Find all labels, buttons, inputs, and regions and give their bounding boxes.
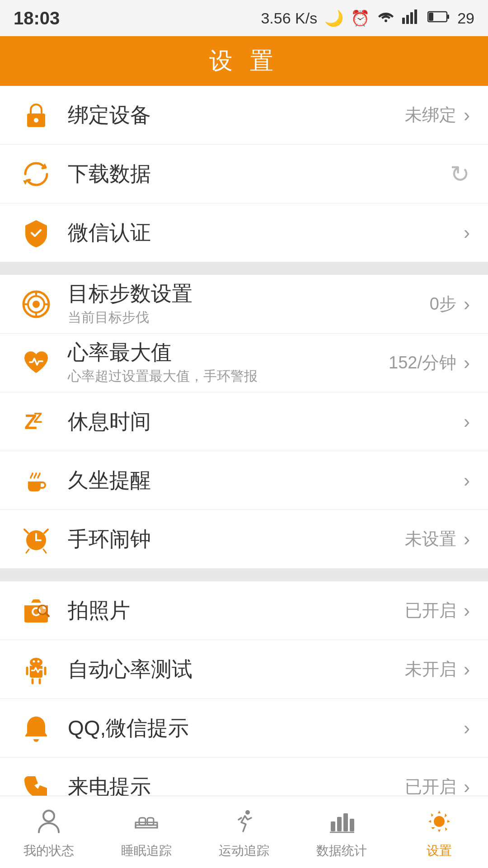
wechat-auth-right: ›: [464, 222, 470, 244]
sedentary-arrow: ›: [464, 470, 470, 491]
moon-icon: 🌙: [324, 9, 343, 27]
auto-heart-rate-content: 自动心率测试: [68, 657, 405, 682]
photo-content: 拍照片: [68, 598, 405, 623]
wechat-auth-item[interactable]: 微信认证 ›: [0, 203, 488, 262]
step-goal-arrow: ›: [464, 293, 470, 315]
qq-wechat-item[interactable]: QQ,微信提示 ›: [0, 699, 488, 758]
target-icon: [18, 286, 54, 322]
heart-rate-content: 心率最大值 心率超过设置最大值，手环警报: [68, 340, 389, 385]
nav-settings[interactable]: 设置: [390, 796, 488, 868]
call-reminder-arrow: ›: [464, 776, 470, 798]
status-right: 3.56 K/s 🌙 ⏰ 29: [261, 9, 474, 28]
svg-rect-1: [402, 18, 405, 24]
heart-rate-right: 152/分钟 ›: [389, 351, 470, 374]
qq-wechat-right: ›: [464, 717, 470, 739]
rest-time-item[interactable]: Z Z 休息时间 ›: [0, 392, 488, 451]
rest-time-content: 休息时间: [68, 409, 464, 434]
step-goal-subtitle: 当前目标步伐: [68, 308, 430, 327]
svg-point-29: [38, 660, 40, 662]
band-alarm-item[interactable]: 手环闹钟 未设置 ›: [0, 510, 488, 569]
nav-sleep-label: 睡眠追踪: [121, 842, 172, 859]
battery-icon: [427, 9, 450, 27]
running-icon: [228, 805, 260, 838]
step-goal-title: 目标步数设置: [68, 281, 430, 306]
refresh-icon: [18, 156, 54, 192]
svg-point-34: [43, 811, 54, 821]
nav-exercise-tracking[interactable]: 运动追踪: [195, 796, 293, 868]
download-data-item[interactable]: 下载数据 ↻: [0, 145, 488, 203]
svg-rect-36: [147, 818, 154, 825]
sedentary-right: ›: [464, 470, 470, 491]
bind-device-value: 未绑定: [405, 104, 456, 127]
bar-chart-icon: [325, 805, 358, 838]
heart-rate-arrow: ›: [464, 352, 470, 374]
download-data-content: 下载数据: [68, 161, 450, 186]
coffee-icon: [18, 462, 54, 499]
auto-heart-rate-item[interactable]: 自动心率测试 未开启 ›: [0, 640, 488, 699]
lock-icon: [18, 97, 54, 133]
svg-rect-39: [331, 821, 335, 831]
page-title: 设 置: [209, 45, 279, 77]
download-refresh-icon: ↻: [450, 160, 470, 188]
signal-icon: [402, 9, 420, 28]
svg-rect-35: [139, 818, 145, 825]
bind-device-right: 未绑定 ›: [405, 104, 470, 127]
nav-my-status-label: 我的状态: [23, 842, 74, 859]
nav-settings-label: 设置: [427, 842, 452, 859]
step-goal-item[interactable]: 目标步数设置 当前目标步伐 0步 ›: [0, 275, 488, 334]
bottom-nav: 我的状态 睡眠追踪 运动追踪: [0, 796, 488, 868]
nav-data-stats[interactable]: 数据统计: [293, 796, 390, 868]
auto-heart-rate-value: 未开启: [405, 658, 456, 681]
auto-heart-rate-title: 自动心率测试: [68, 657, 405, 682]
wifi-icon: [377, 9, 395, 27]
svg-point-45: [435, 817, 444, 826]
photo-value: 已开启: [405, 599, 456, 622]
alarm-status-icon: ⏰: [351, 9, 370, 27]
bind-device-content: 绑定设备: [68, 103, 405, 127]
bell-icon: [18, 710, 54, 746]
call-reminder-value: 已开启: [405, 775, 456, 798]
wechat-auth-title: 微信认证: [68, 220, 464, 245]
nav-sleep-tracking[interactable]: 睡眠追踪: [98, 796, 195, 868]
sedentary-item[interactable]: 久坐提醒 ›: [0, 451, 488, 510]
wechat-auth-arrow: ›: [464, 222, 470, 244]
auto-heart-rate-right: 未开启 ›: [405, 658, 470, 681]
rest-time-arrow: ›: [464, 411, 470, 433]
band-alarm-content: 手环闹钟: [68, 527, 405, 552]
section-1: 绑定设备 未绑定 › 下载数据 ↻: [0, 86, 488, 262]
wechat-auth-content: 微信认证: [68, 220, 464, 245]
call-reminder-right: 已开启 ›: [405, 775, 470, 798]
bind-device-item[interactable]: 绑定设备 未绑定 ›: [0, 86, 488, 145]
page-header: 设 置: [0, 36, 488, 86]
nav-my-status[interactable]: 我的状态: [0, 796, 98, 868]
rest-time-right: ›: [464, 411, 470, 433]
band-alarm-title: 手环闹钟: [68, 527, 405, 552]
auto-heart-rate-arrow: ›: [464, 659, 470, 680]
svg-point-9: [34, 118, 38, 123]
svg-rect-4: [414, 9, 417, 24]
svg-rect-41: [343, 813, 348, 831]
section-2: 目标步数设置 当前目标步伐 0步 › 心率最大值 心率超过设置最大值，手环警报: [0, 275, 488, 569]
qq-wechat-title: QQ,微信提示: [68, 716, 464, 741]
battery-percent: 29: [457, 9, 474, 27]
nav-exercise-label: 运动追踪: [219, 842, 269, 859]
heart-rate-max-item[interactable]: 心率最大值 心率超过设置最大值，手环警报 152/分钟 ›: [0, 334, 488, 392]
photo-item[interactable]: 拍照片 已开启 ›: [0, 581, 488, 640]
sleep-bed-icon: [130, 805, 163, 838]
heart-rate-value: 152/分钟: [389, 351, 456, 374]
band-alarm-arrow: ›: [464, 528, 470, 550]
photo-title: 拍照片: [68, 598, 405, 623]
android-icon: [18, 651, 54, 688]
qq-wechat-arrow: ›: [464, 717, 470, 739]
svg-rect-3: [410, 12, 413, 24]
heart-rate-subtitle: 心率超过设置最大值，手环警报: [68, 367, 389, 386]
status-time: 18:03: [14, 8, 60, 28]
nav-data-stats-label: 数据统计: [316, 842, 367, 859]
heart-rate-title: 心率最大值: [68, 340, 389, 365]
sedentary-content: 久坐提醒: [68, 468, 464, 493]
alarm-icon: [18, 521, 54, 557]
download-data-title: 下载数据: [68, 161, 450, 186]
sedentary-title: 久坐提醒: [68, 468, 464, 493]
download-data-right: ↻: [450, 160, 470, 188]
svg-point-12: [33, 301, 40, 308]
